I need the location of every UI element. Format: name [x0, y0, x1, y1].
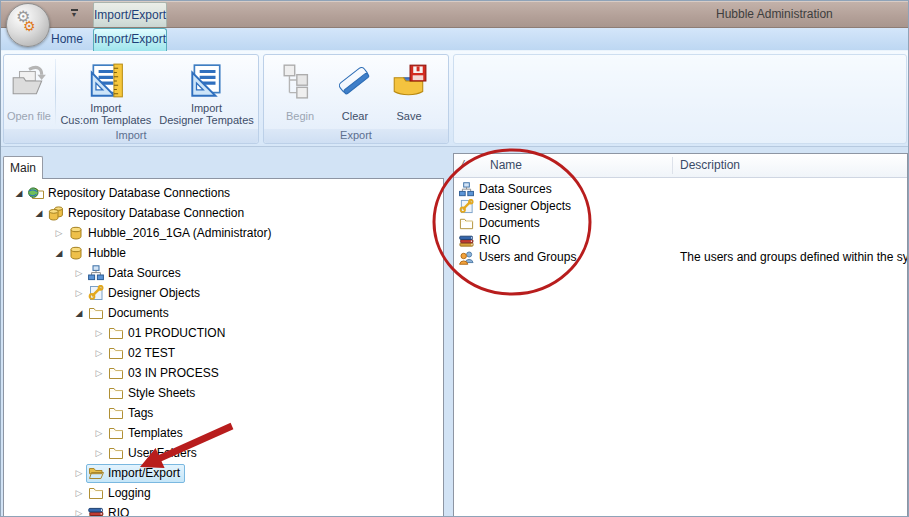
- ribbon-group-import: Open file Import Cus:om Templates Import…: [3, 54, 259, 144]
- expander-collapsed-icon[interactable]: ▷: [92, 443, 106, 463]
- ribbon-page-header: Import/Export: [93, 2, 167, 27]
- tree-item-02-test[interactable]: ▷ 02 TEST: [4, 343, 443, 363]
- expander-collapsed-icon[interactable]: ▷: [72, 463, 86, 483]
- books-icon: [459, 233, 474, 248]
- expander-expanded-icon[interactable]: ◢: [12, 183, 26, 203]
- tab-home[interactable]: Home: [41, 29, 93, 51]
- expander-expanded-icon[interactable]: ◢: [52, 243, 66, 263]
- expander-collapsed-icon[interactable]: ▷: [72, 503, 86, 517]
- tree-item-user-folders[interactable]: ▷ User Folders: [4, 443, 443, 463]
- folder-icon: [108, 405, 124, 421]
- data-sources-icon: [88, 265, 104, 281]
- expander-collapsed-icon[interactable]: ▷: [92, 343, 106, 363]
- users-and-groups-icon: [459, 250, 474, 265]
- tree-item-rio[interactable]: ▷ RIO: [4, 503, 443, 517]
- repository-connections-icon: [28, 185, 44, 201]
- ribbon-group-export: Begin Clear Save Export: [263, 54, 449, 144]
- expander-collapsed-icon[interactable]: ▷: [72, 263, 86, 283]
- repository-tree-panel: ◢ Repository Database Connections ◢ Repo…: [3, 178, 444, 517]
- import-designer-templates-button[interactable]: Import Designer Tempates: [155, 55, 258, 129]
- hubble-administration-window: ⚙ ⚙ ▼ Import/Export Hubble Administratio…: [0, 0, 909, 517]
- eraser-icon: [336, 60, 374, 102]
- save-icon: [390, 60, 428, 102]
- folder-icon: [108, 445, 124, 461]
- designer-objects-icon: [459, 199, 474, 214]
- tree-item-repository-database-connection[interactable]: ◢ Repository Database Connection: [4, 203, 443, 223]
- database-icon: [68, 225, 84, 241]
- folder-icon: [108, 425, 124, 441]
- import-custom-templates-icon: [87, 60, 125, 102]
- books-icon: [88, 505, 104, 517]
- column-header-description[interactable]: Description: [680, 158, 740, 172]
- database-stack-icon: [48, 205, 64, 221]
- quick-access-toolbar-dropdown[interactable]: ▼: [69, 9, 79, 18]
- begin-icon: [281, 60, 319, 102]
- tree-item-repository-database-connections[interactable]: ◢ Repository Database Connections: [4, 183, 443, 203]
- designer-objects-icon: [88, 285, 104, 301]
- application-menu-button[interactable]: ⚙ ⚙: [6, 3, 50, 47]
- import-designer-templates-icon: [187, 60, 225, 102]
- list-row-documents[interactable]: Documents: [454, 215, 907, 232]
- folder-icon: [459, 216, 474, 231]
- tree-item-hubble-2016-1ga[interactable]: ▷ Hubble_2016_1GA (Administrator): [4, 223, 443, 243]
- tree-item-style-sheets[interactable]: Style Sheets: [4, 383, 443, 403]
- expander-expanded-icon[interactable]: ◢: [32, 203, 46, 223]
- begin-button[interactable]: Begin: [272, 55, 328, 129]
- folder-icon: [108, 325, 124, 341]
- tree-item-01-production[interactable]: ▷ 01 PRODUCTION: [4, 323, 443, 343]
- list-row-users-and-groups[interactable]: Users and Groups The users and groups de…: [454, 249, 907, 266]
- expander-collapsed-icon[interactable]: ▷: [92, 323, 106, 343]
- expander-collapsed-icon[interactable]: ▷: [92, 363, 106, 383]
- list-header: / Name Description: [454, 154, 907, 178]
- data-sources-icon: [459, 182, 474, 197]
- tree-item-documents[interactable]: ◢ Documents: [4, 303, 443, 323]
- column-separator[interactable]: [672, 157, 673, 174]
- tree-item-data-sources[interactable]: ▷ Data Sources: [4, 263, 443, 283]
- list-row-rio[interactable]: RIO: [454, 232, 907, 249]
- folder-icon: [88, 305, 104, 321]
- save-button[interactable]: Save: [382, 55, 436, 129]
- import-custom-templates-button[interactable]: Import Cus:om Templates: [57, 55, 155, 129]
- open-folder-icon: [88, 465, 104, 481]
- expander-collapsed-icon[interactable]: ▷: [92, 423, 106, 443]
- expander-expanded-icon[interactable]: ◢: [72, 303, 86, 323]
- window-title: Hubble Administration: [716, 7, 833, 21]
- folder-icon: [108, 365, 124, 381]
- folder-icon: [108, 345, 124, 361]
- ribbon-empty-area: [453, 54, 907, 144]
- clear-button[interactable]: Clear: [328, 55, 382, 129]
- expander-collapsed-icon[interactable]: ▷: [72, 483, 86, 503]
- column-header-name[interactable]: Name: [490, 158, 522, 172]
- database-icon: [68, 245, 84, 261]
- list-row-data-sources[interactable]: Data Sources: [454, 181, 907, 198]
- list-row-designer-objects[interactable]: Designer Objects: [454, 198, 907, 215]
- folder-icon: [88, 485, 104, 501]
- tree-item-hubble[interactable]: ◢ Hubble: [4, 243, 443, 263]
- group-divider: [55, 59, 56, 125]
- detail-list-panel: / Name Description Data Sources Designer…: [453, 153, 908, 517]
- tab-main[interactable]: Main: [3, 156, 43, 179]
- sort-ascending-icon[interactable]: /: [461, 158, 464, 170]
- tree-item-templates[interactable]: ▷ Templates: [4, 423, 443, 443]
- title-bar: ⚙ ⚙ ▼ Import/Export Hubble Administratio…: [1, 1, 908, 28]
- group-label-export: Export: [264, 129, 448, 143]
- tree-item-designer-objects[interactable]: ▷ Designer Objects: [4, 283, 443, 303]
- tab-import-export[interactable]: Import/Export: [93, 28, 167, 51]
- tree-item-logging[interactable]: ▷ Logging: [4, 483, 443, 503]
- folder-icon: [108, 385, 124, 401]
- open-file-button[interactable]: Open file: [4, 55, 54, 129]
- tree-item-import-export[interactable]: ▷ Import/Export: [4, 463, 443, 483]
- tree-item-03-in-process[interactable]: ▷ 03 IN PROCESS: [4, 363, 443, 383]
- open-file-icon: [10, 60, 48, 102]
- ribbon: Open file Import Cus:om Templates Import…: [1, 51, 908, 147]
- ribbon-tab-strip: Home Import/Export: [1, 28, 908, 51]
- tree-item-tags[interactable]: Tags: [4, 403, 443, 423]
- chevron-down-icon: ▼: [69, 12, 79, 18]
- app-orb-gear-accent-icon: ⚙: [23, 18, 36, 34]
- expander-collapsed-icon[interactable]: ▷: [72, 283, 86, 303]
- expander-collapsed-icon[interactable]: ▷: [52, 223, 66, 243]
- group-label-import: Import: [4, 129, 258, 143]
